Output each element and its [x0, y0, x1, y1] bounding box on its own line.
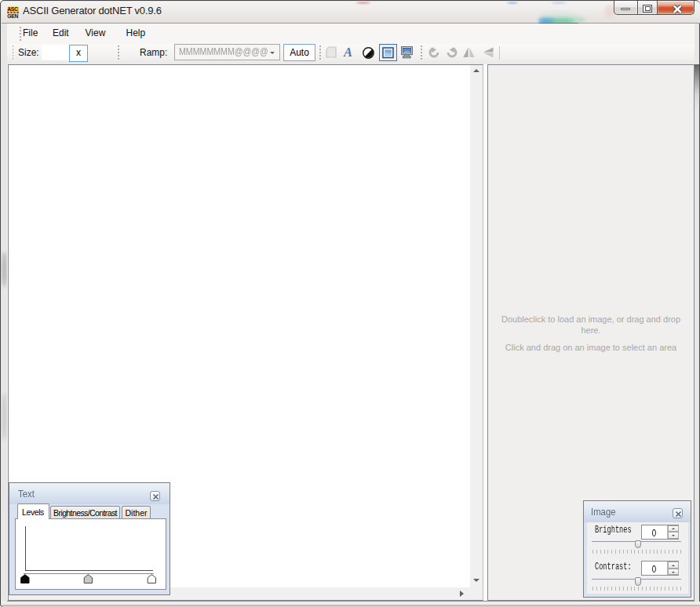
svg-text:GEN: GEN: [7, 13, 18, 19]
svg-text:ASC: ASC: [7, 6, 18, 12]
svg-text:A: A: [343, 46, 352, 60]
